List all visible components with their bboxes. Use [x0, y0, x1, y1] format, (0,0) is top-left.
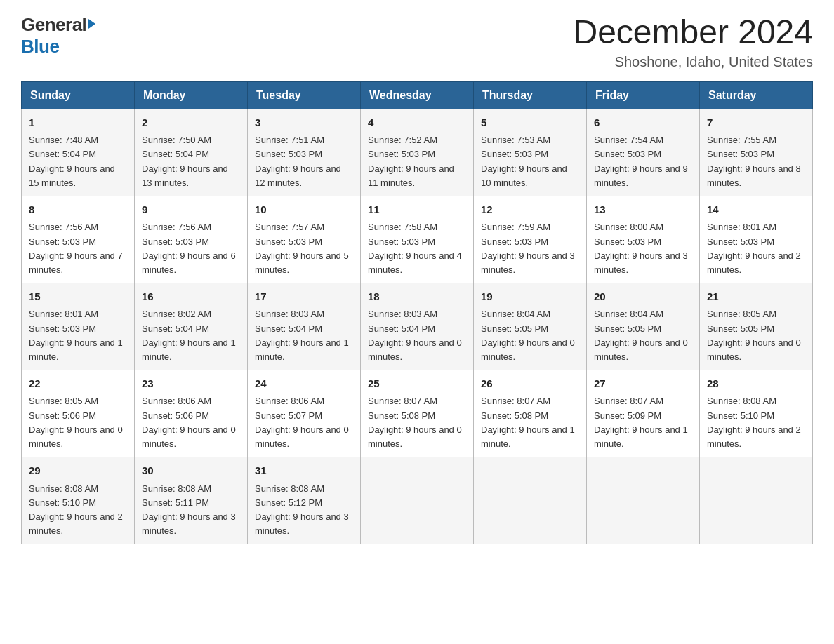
calendar-cell: 18Sunrise: 8:03 AMSunset: 5:04 PMDayligh… — [361, 283, 474, 370]
col-header-wednesday: Wednesday — [361, 81, 474, 109]
calendar-cell — [587, 457, 700, 544]
day-number: 17 — [255, 289, 353, 305]
calendar-cell: 23Sunrise: 8:06 AMSunset: 5:06 PMDayligh… — [135, 370, 248, 457]
calendar-week-2: 8Sunrise: 7:56 AMSunset: 5:03 PMDaylight… — [22, 196, 813, 283]
day-info: Sunrise: 8:08 AMSunset: 5:11 PMDaylight:… — [142, 482, 240, 539]
day-number: 14 — [707, 202, 805, 218]
day-number: 26 — [481, 376, 579, 392]
calendar-cell: 24Sunrise: 8:06 AMSunset: 5:07 PMDayligh… — [248, 370, 361, 457]
day-number: 11 — [368, 202, 466, 218]
day-info: Sunrise: 8:03 AMSunset: 5:04 PMDaylight:… — [368, 307, 466, 364]
col-header-sunday: Sunday — [22, 81, 135, 109]
day-info: Sunrise: 7:55 AMSunset: 5:03 PMDaylight:… — [707, 133, 805, 190]
calendar-week-4: 22Sunrise: 8:05 AMSunset: 5:06 PMDayligh… — [22, 370, 813, 457]
calendar-cell: 29Sunrise: 8:08 AMSunset: 5:10 PMDayligh… — [22, 457, 135, 544]
calendar-cell: 12Sunrise: 7:59 AMSunset: 5:03 PMDayligh… — [474, 196, 587, 283]
logo-blue: Blue — [21, 36, 59, 58]
calendar-cell: 2Sunrise: 7:50 AMSunset: 5:04 PMDaylight… — [135, 109, 248, 196]
day-info: Sunrise: 8:00 AMSunset: 5:03 PMDaylight:… — [594, 220, 692, 277]
calendar-title: December 2024 — [573, 14, 813, 51]
day-number: 2 — [142, 115, 240, 131]
day-info: Sunrise: 8:02 AMSunset: 5:04 PMDaylight:… — [142, 307, 240, 364]
day-info: Sunrise: 8:03 AMSunset: 5:04 PMDaylight:… — [255, 307, 353, 364]
title-block: December 2024 Shoshone, Idaho, United St… — [573, 14, 813, 70]
day-number: 25 — [368, 376, 466, 392]
day-info: Sunrise: 8:04 AMSunset: 5:05 PMDaylight:… — [594, 307, 692, 364]
calendar-cell: 31Sunrise: 8:08 AMSunset: 5:12 PMDayligh… — [248, 457, 361, 544]
day-info: Sunrise: 7:48 AMSunset: 5:04 PMDaylight:… — [29, 133, 127, 190]
day-info: Sunrise: 8:06 AMSunset: 5:07 PMDaylight:… — [255, 394, 353, 451]
day-number: 21 — [707, 289, 805, 305]
calendar-cell: 27Sunrise: 8:07 AMSunset: 5:09 PMDayligh… — [587, 370, 700, 457]
day-info: Sunrise: 8:01 AMSunset: 5:03 PMDaylight:… — [707, 220, 805, 277]
day-info: Sunrise: 8:08 AMSunset: 5:10 PMDaylight:… — [707, 394, 805, 451]
logo-general: General — [21, 14, 86, 36]
calendar-cell: 30Sunrise: 8:08 AMSunset: 5:11 PMDayligh… — [135, 457, 248, 544]
col-header-friday: Friday — [587, 81, 700, 109]
calendar-cell: 8Sunrise: 7:56 AMSunset: 5:03 PMDaylight… — [22, 196, 135, 283]
day-number: 1 — [29, 115, 127, 131]
day-info: Sunrise: 8:04 AMSunset: 5:05 PMDaylight:… — [481, 307, 579, 364]
day-number: 12 — [481, 202, 579, 218]
calendar-week-1: 1Sunrise: 7:48 AMSunset: 5:04 PMDaylight… — [22, 109, 813, 196]
day-info: Sunrise: 7:52 AMSunset: 5:03 PMDaylight:… — [368, 133, 466, 190]
calendar-cell: 15Sunrise: 8:01 AMSunset: 5:03 PMDayligh… — [22, 283, 135, 370]
calendar-header-row: SundayMondayTuesdayWednesdayThursdayFrid… — [22, 81, 813, 109]
col-header-tuesday: Tuesday — [248, 81, 361, 109]
calendar-cell: 28Sunrise: 8:08 AMSunset: 5:10 PMDayligh… — [700, 370, 813, 457]
calendar-cell: 22Sunrise: 8:05 AMSunset: 5:06 PMDayligh… — [22, 370, 135, 457]
day-info: Sunrise: 8:01 AMSunset: 5:03 PMDaylight:… — [29, 307, 127, 364]
col-header-saturday: Saturday — [700, 81, 813, 109]
day-info: Sunrise: 8:07 AMSunset: 5:09 PMDaylight:… — [594, 394, 692, 451]
calendar-cell: 17Sunrise: 8:03 AMSunset: 5:04 PMDayligh… — [248, 283, 361, 370]
calendar-cell: 19Sunrise: 8:04 AMSunset: 5:05 PMDayligh… — [474, 283, 587, 370]
calendar-cell: 20Sunrise: 8:04 AMSunset: 5:05 PMDayligh… — [587, 283, 700, 370]
calendar-cell: 16Sunrise: 8:02 AMSunset: 5:04 PMDayligh… — [135, 283, 248, 370]
col-header-monday: Monday — [135, 81, 248, 109]
day-number: 18 — [368, 289, 466, 305]
calendar-cell: 10Sunrise: 7:57 AMSunset: 5:03 PMDayligh… — [248, 196, 361, 283]
day-number: 30 — [142, 463, 240, 479]
day-number: 3 — [255, 115, 353, 131]
calendar-cell: 13Sunrise: 8:00 AMSunset: 5:03 PMDayligh… — [587, 196, 700, 283]
day-number: 22 — [29, 376, 127, 392]
calendar-week-5: 29Sunrise: 8:08 AMSunset: 5:10 PMDayligh… — [22, 457, 813, 544]
day-info: Sunrise: 8:05 AMSunset: 5:05 PMDaylight:… — [707, 307, 805, 364]
calendar-cell: 4Sunrise: 7:52 AMSunset: 5:03 PMDaylight… — [361, 109, 474, 196]
calendar-cell: 14Sunrise: 8:01 AMSunset: 5:03 PMDayligh… — [700, 196, 813, 283]
calendar-cell: 5Sunrise: 7:53 AMSunset: 5:03 PMDaylight… — [474, 109, 587, 196]
day-info: Sunrise: 8:07 AMSunset: 5:08 PMDaylight:… — [368, 394, 466, 451]
calendar-cell — [361, 457, 474, 544]
day-info: Sunrise: 8:08 AMSunset: 5:12 PMDaylight:… — [255, 482, 353, 539]
calendar-week-3: 15Sunrise: 8:01 AMSunset: 5:03 PMDayligh… — [22, 283, 813, 370]
calendar-cell: 25Sunrise: 8:07 AMSunset: 5:08 PMDayligh… — [361, 370, 474, 457]
day-number: 29 — [29, 463, 127, 479]
day-number: 31 — [255, 463, 353, 479]
calendar-cell: 26Sunrise: 8:07 AMSunset: 5:08 PMDayligh… — [474, 370, 587, 457]
day-info: Sunrise: 7:58 AMSunset: 5:03 PMDaylight:… — [368, 220, 466, 277]
calendar-cell: 7Sunrise: 7:55 AMSunset: 5:03 PMDaylight… — [700, 109, 813, 196]
col-header-thursday: Thursday — [474, 81, 587, 109]
day-number: 16 — [142, 289, 240, 305]
day-info: Sunrise: 8:06 AMSunset: 5:06 PMDaylight:… — [142, 394, 240, 451]
day-number: 5 — [481, 115, 579, 131]
day-info: Sunrise: 7:57 AMSunset: 5:03 PMDaylight:… — [255, 220, 353, 277]
calendar-cell: 21Sunrise: 8:05 AMSunset: 5:05 PMDayligh… — [700, 283, 813, 370]
day-number: 20 — [594, 289, 692, 305]
calendar-cell: 3Sunrise: 7:51 AMSunset: 5:03 PMDaylight… — [248, 109, 361, 196]
day-info: Sunrise: 8:08 AMSunset: 5:10 PMDaylight:… — [29, 482, 127, 539]
day-number: 7 — [707, 115, 805, 131]
day-number: 10 — [255, 202, 353, 218]
logo: General Blue — [21, 14, 95, 58]
day-number: 13 — [594, 202, 692, 218]
day-info: Sunrise: 8:07 AMSunset: 5:08 PMDaylight:… — [481, 394, 579, 451]
day-number: 4 — [368, 115, 466, 131]
day-info: Sunrise: 8:05 AMSunset: 5:06 PMDaylight:… — [29, 394, 127, 451]
calendar-table: SundayMondayTuesdayWednesdayThursdayFrid… — [21, 81, 813, 544]
calendar-subtitle: Shoshone, Idaho, United States — [573, 54, 813, 70]
day-number: 9 — [142, 202, 240, 218]
day-number: 8 — [29, 202, 127, 218]
logo-triangle — [88, 19, 95, 29]
day-number: 28 — [707, 376, 805, 392]
day-info: Sunrise: 7:56 AMSunset: 5:03 PMDaylight:… — [142, 220, 240, 277]
